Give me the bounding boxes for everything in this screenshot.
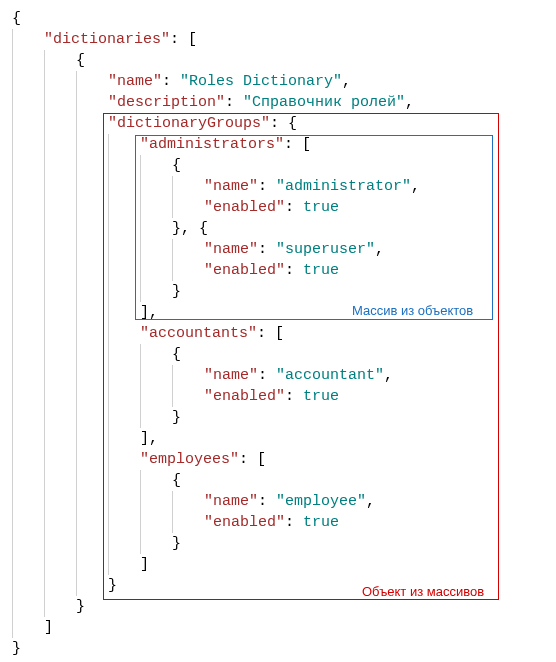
close-brace: }: [108, 577, 117, 594]
code-line: }: [12, 533, 544, 554]
json-key: "enabled": [204, 514, 285, 531]
json-string: "Справочник ролей": [243, 94, 405, 111]
colon: :: [257, 325, 275, 342]
close-brace: }: [172, 535, 181, 552]
code-line: {: [12, 155, 544, 176]
code-line: "dictionaryGroups": {: [12, 113, 544, 134]
open-bracket: [: [302, 136, 311, 153]
colon: :: [285, 514, 303, 531]
colon: :: [285, 262, 303, 279]
close-brace: }: [172, 409, 181, 426]
open-brace: {: [172, 346, 181, 363]
comma: ,: [149, 304, 158, 321]
code-line: "administrators": [: [12, 134, 544, 155]
comma: ,: [366, 493, 375, 510]
json-string: "superuser": [276, 241, 375, 258]
open-brace: {: [76, 52, 85, 69]
comma: ,: [149, 430, 158, 447]
open-brace: {: [288, 115, 297, 132]
comma: ,: [411, 178, 420, 195]
json-bool: true: [303, 388, 339, 405]
colon: :: [284, 136, 302, 153]
code-line: ]: [12, 617, 544, 638]
code-line: {: [12, 8, 544, 29]
close-bracket: ]: [44, 619, 53, 636]
code-line: }: [12, 281, 544, 302]
json-key: "administrators": [140, 136, 284, 153]
colon: :: [258, 367, 276, 384]
comma: ,: [405, 94, 414, 111]
colon: :: [285, 388, 303, 405]
colon: :: [239, 451, 257, 468]
json-string: "administrator": [276, 178, 411, 195]
code-line: "enabled": true: [12, 197, 544, 218]
json-string: "employee": [276, 493, 366, 510]
colon: :: [162, 73, 180, 90]
json-string: "accountant": [276, 367, 384, 384]
colon: :: [225, 94, 243, 111]
colon: :: [258, 241, 276, 258]
code-line: "name": "Roles Dictionary",: [12, 71, 544, 92]
json-key: "name": [204, 493, 258, 510]
json-key: "name": [204, 241, 258, 258]
code-line: "name": "superuser",: [12, 239, 544, 260]
json-key: "enabled": [204, 262, 285, 279]
close-bracket: ]: [140, 556, 149, 573]
code-line: "enabled": true: [12, 260, 544, 281]
colon: :: [258, 178, 276, 195]
code-line: {: [12, 470, 544, 491]
json-key: "name": [204, 178, 258, 195]
brace-comma-brace: }, {: [172, 220, 208, 237]
open-bracket: [: [257, 451, 266, 468]
close-bracket: ]: [140, 430, 149, 447]
code-line: "name": "employee",: [12, 491, 544, 512]
close-bracket: ]: [140, 304, 149, 321]
json-key: "description": [108, 94, 225, 111]
code-line: }, {: [12, 218, 544, 239]
json-key: "dictionaries": [44, 31, 170, 48]
comma: ,: [384, 367, 393, 384]
json-key: "employees": [140, 451, 239, 468]
open-bracket: [: [188, 31, 197, 48]
json-key: "enabled": [204, 388, 285, 405]
code-line: "enabled": true: [12, 386, 544, 407]
code-line: "enabled": true: [12, 512, 544, 533]
json-key: "dictionaryGroups": [108, 115, 270, 132]
colon: :: [285, 199, 303, 216]
code-block: { "dictionaries": [ { "name": "Roles Dic…: [12, 8, 544, 659]
code-line: ]: [12, 554, 544, 575]
open-brace: {: [12, 10, 21, 27]
code-line: ],: [12, 302, 544, 323]
colon: :: [270, 115, 288, 132]
comma: ,: [375, 241, 384, 258]
code-line: "dictionaries": [: [12, 29, 544, 50]
code-line: {: [12, 344, 544, 365]
open-bracket: [: [275, 325, 284, 342]
json-key: "accountants": [140, 325, 257, 342]
close-brace: }: [172, 283, 181, 300]
json-string: "Roles Dictionary": [180, 73, 342, 90]
code-line: ],: [12, 428, 544, 449]
code-line: "employees": [: [12, 449, 544, 470]
json-bool: true: [303, 199, 339, 216]
json-key: "name": [108, 73, 162, 90]
code-line: "accountants": [: [12, 323, 544, 344]
json-bool: true: [303, 514, 339, 531]
open-brace: {: [172, 157, 181, 174]
code-line: }: [12, 407, 544, 428]
close-brace: }: [76, 598, 85, 615]
code-line: }: [12, 638, 544, 659]
comma: ,: [342, 73, 351, 90]
code-line: "name": "administrator",: [12, 176, 544, 197]
code-line: "description": "Справочник ролей",: [12, 92, 544, 113]
code-line: }: [12, 575, 544, 596]
code-line: "name": "accountant",: [12, 365, 544, 386]
open-brace: {: [172, 472, 181, 489]
colon: :: [258, 493, 276, 510]
json-bool: true: [303, 262, 339, 279]
close-brace: }: [12, 640, 21, 657]
code-line: {: [12, 50, 544, 71]
json-key: "enabled": [204, 199, 285, 216]
json-key: "name": [204, 367, 258, 384]
code-line: }: [12, 596, 544, 617]
